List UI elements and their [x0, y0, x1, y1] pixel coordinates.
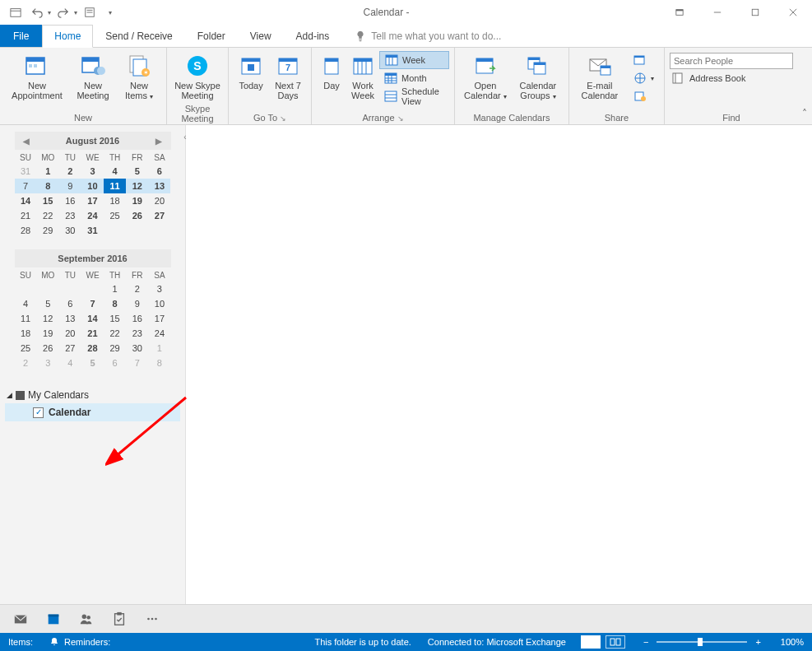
view-normal-button[interactable] [581, 635, 601, 649]
mini-day[interactable]: 27 [59, 341, 81, 356]
new-items-button[interactable]: ✶ New Items ▾ [117, 51, 161, 102]
mini-day[interactable]: 3 [81, 164, 104, 179]
mini-day[interactable]: 25 [104, 208, 126, 223]
ribbon-display-icon[interactable] [661, 0, 698, 25]
mini-day[interactable]: 15 [104, 311, 126, 326]
mini-day[interactable]: 30 [126, 341, 148, 356]
zoom-out-button[interactable]: − [640, 637, 652, 647]
tab-folder[interactable]: Folder [185, 25, 238, 47]
mini-day[interactable]: 16 [59, 193, 81, 208]
mini-day[interactable]: 29 [37, 223, 59, 238]
mini-day[interactable]: 20 [59, 326, 81, 341]
mini-day[interactable]: 23 [126, 326, 148, 341]
mini-day[interactable]: 5 [37, 296, 59, 311]
mini-day[interactable]: 21 [81, 326, 104, 341]
tab-view[interactable]: View [238, 25, 284, 47]
mini-day[interactable]: 8 [148, 356, 170, 370]
mini-day[interactable]: 31 [81, 223, 104, 238]
collapse-panel-icon[interactable]: ‹ [180, 128, 190, 145]
mini-day[interactable]: 6 [104, 356, 126, 370]
maximize-button[interactable] [736, 0, 774, 25]
redo-icon[interactable] [54, 3, 72, 21]
mini-day[interactable]: 2 [15, 356, 37, 370]
mini-day[interactable]: 27 [148, 208, 170, 223]
calendar-permissions-button[interactable] [629, 87, 659, 105]
mini-day[interactable]: 18 [104, 193, 126, 208]
mini-day[interactable]: 26 [37, 341, 59, 356]
mini-day[interactable]: 1 [104, 281, 126, 296]
mini-day[interactable]: 28 [15, 223, 37, 238]
mini-day[interactable]: 12 [126, 179, 148, 193]
tab-home[interactable]: Home [42, 25, 93, 48]
mini-day[interactable]: 10 [81, 179, 104, 193]
mini-day[interactable]: 22 [37, 208, 59, 223]
mini-day[interactable]: 8 [37, 179, 59, 193]
undo-dropdown-icon[interactable]: ▾ [48, 9, 51, 16]
mini-day[interactable]: 8 [104, 296, 126, 311]
nav-more-icon[interactable] [142, 608, 163, 630]
mini-day[interactable]: 16 [126, 311, 148, 326]
mini-day[interactable]: 25 [15, 341, 37, 356]
file-tab[interactable]: File [0, 25, 42, 47]
undo-icon[interactable] [28, 3, 46, 21]
week-button[interactable]: Week [379, 51, 449, 69]
close-button[interactable] [774, 0, 812, 25]
zoom-in-button[interactable]: + [752, 637, 763, 647]
new-meeting-button[interactable]: New Meeting [71, 51, 115, 102]
my-calendars-group[interactable]: ◢ My Calendars [5, 387, 180, 403]
next7days-button[interactable]: 7 Next 7 Days [270, 51, 306, 102]
goto-launcher-icon[interactable]: ↘ [280, 114, 286, 123]
share-calendar-button[interactable] [629, 51, 659, 69]
mini-day[interactable]: 6 [59, 296, 81, 311]
mini-day[interactable]: 29 [104, 341, 126, 356]
mini-day[interactable]: 2 [59, 164, 81, 179]
qat-form-icon[interactable] [81, 3, 99, 21]
next-month-icon[interactable]: ▶ [152, 137, 165, 146]
calendar-item[interactable]: Calendar [5, 403, 180, 421]
mini-day[interactable]: 17 [148, 311, 170, 326]
workweek-button[interactable]: Work Week [348, 51, 378, 102]
mini-day[interactable]: 5 [126, 164, 148, 179]
mini-day[interactable]: 3 [148, 281, 170, 296]
mini-day[interactable]: 26 [126, 208, 148, 223]
mini-day[interactable]: 12 [37, 311, 59, 326]
mini-day[interactable]: 22 [104, 326, 126, 341]
new-appointment-button[interactable]: New Appointment [5, 51, 69, 102]
day-button[interactable]: Day [317, 51, 346, 92]
group-checkbox-icon[interactable] [16, 391, 25, 400]
nav-people-icon[interactable] [76, 608, 97, 630]
tell-me-input[interactable]: Tell me what you want to do... [355, 25, 812, 47]
mini-day[interactable]: 9 [126, 296, 148, 311]
mini-day[interactable]: 19 [37, 326, 59, 341]
schedule-view-button[interactable]: Schedule View [379, 87, 449, 105]
view-reading-button[interactable] [606, 635, 625, 649]
calendar-checkbox[interactable] [33, 407, 44, 418]
mini-day[interactable]: 28 [81, 341, 104, 356]
mini-day[interactable]: 9 [59, 179, 81, 193]
email-calendar-button[interactable]: E-mail Calendar [574, 51, 625, 102]
new-skype-meeting-button[interactable]: S New Skype Meeting [172, 51, 223, 102]
mini-day[interactable]: 1 [37, 164, 59, 179]
mini-day[interactable]: 11 [15, 311, 37, 326]
mini-day[interactable]: 19 [126, 193, 148, 208]
open-calendar-button[interactable]: Open Calendar ▾ [460, 51, 511, 102]
mini-day[interactable]: 4 [59, 356, 81, 370]
mini-day[interactable]: 1 [148, 341, 170, 356]
mini-day[interactable]: 7 [81, 296, 104, 311]
mini-day[interactable]: 3 [37, 356, 59, 370]
mini-day[interactable]: 18 [15, 326, 37, 341]
nav-tasks-icon[interactable] [109, 608, 130, 630]
mini-day[interactable]: 2 [126, 281, 148, 296]
mini-day[interactable]: 4 [15, 296, 37, 311]
mini-day[interactable]: 7 [126, 356, 148, 370]
mini-day[interactable]: 24 [81, 208, 104, 223]
today-button[interactable]: Today [234, 51, 268, 92]
redo-dropdown-icon[interactable]: ▾ [74, 9, 77, 16]
mini-day[interactable]: 4 [104, 164, 126, 179]
calendar-groups-button[interactable]: Calendar Groups ▾ [513, 51, 564, 102]
mini-day[interactable]: 5 [81, 356, 104, 370]
mini-day[interactable]: 7 [15, 179, 37, 193]
mini-day[interactable]: 10 [148, 296, 170, 311]
mini-day[interactable]: 24 [148, 326, 170, 341]
mini-day[interactable]: 13 [148, 179, 170, 193]
